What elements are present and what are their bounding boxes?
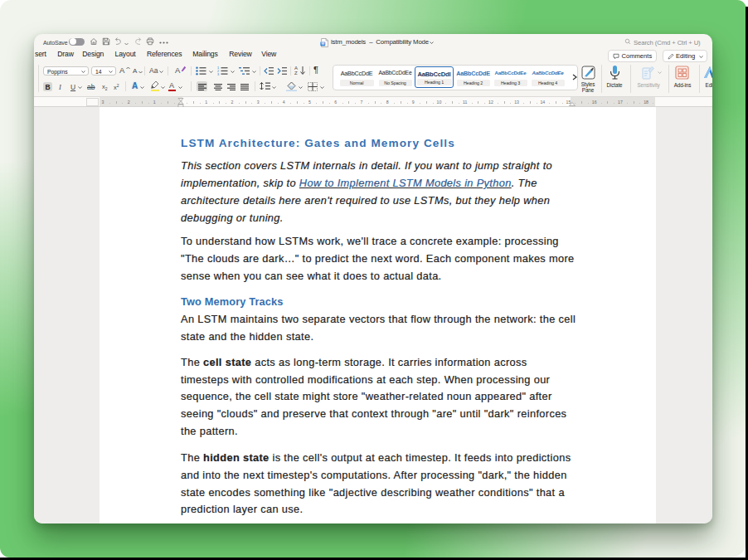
svg-text:3: 3 bbox=[217, 72, 220, 75]
svg-text:W: W bbox=[321, 41, 325, 46]
